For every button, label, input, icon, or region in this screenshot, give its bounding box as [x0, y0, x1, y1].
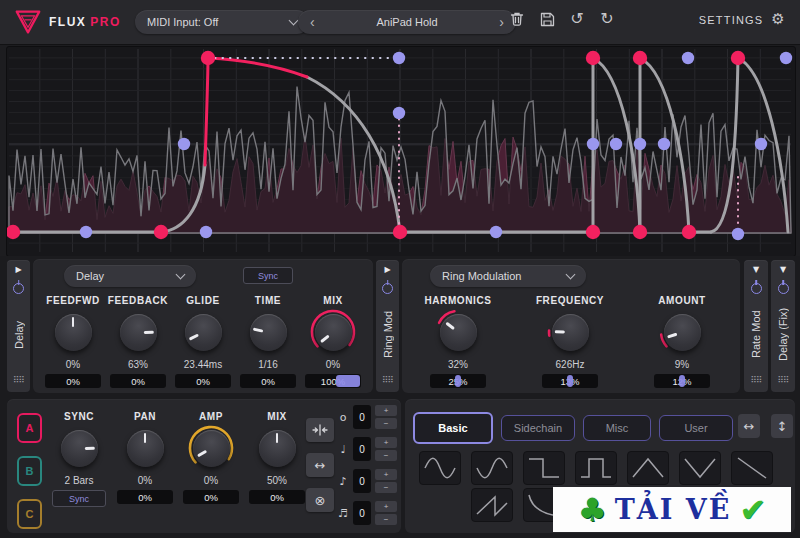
shape-tab-sidechain[interactable]: Sidechain	[501, 415, 575, 441]
module-strip-delay-fix[interactable]: ▼ Delay (Fix) ⠿⠿	[771, 260, 795, 392]
stepper-increment-button[interactable]: +	[375, 501, 397, 512]
module-strip-delay[interactable]: ▶ Delay ⠿⠿	[7, 260, 30, 392]
knob-mix[interactable]	[253, 424, 301, 472]
mod-amount-thumb[interactable]	[336, 375, 360, 387]
knob-face[interactable]	[120, 314, 157, 351]
mod-amount-box[interactable]: 13%	[542, 374, 598, 388]
stepper-decrement-button[interactable]: −	[375, 450, 397, 461]
envelope-canvas[interactable]	[7, 47, 793, 254]
knob-harmonics[interactable]	[434, 308, 482, 356]
stepper-increment-button[interactable]: +	[375, 405, 397, 416]
drag-grid-icon[interactable]: ⠿⠿	[750, 375, 761, 385]
delay-type-dropdown[interactable]: Delay	[64, 265, 196, 287]
mod-amount-box[interactable]: 25%	[430, 374, 486, 388]
envelope-display[interactable]	[6, 46, 796, 257]
envelope-node-dot[interactable]	[731, 51, 745, 65]
knob-amp[interactable]	[187, 424, 235, 472]
envelope-handle-dot[interactable]	[755, 138, 767, 150]
drag-grid-icon[interactable]: ⠿⠿	[13, 375, 24, 385]
preset-name[interactable]: AniPad Hold	[376, 16, 437, 28]
knob-face[interactable]	[440, 314, 477, 351]
envelope-handle-dot[interactable]	[732, 228, 744, 240]
knob-face[interactable]	[193, 430, 230, 467]
delay-sync-toggle[interactable]: Sync	[243, 267, 293, 284]
power-icon[interactable]	[382, 283, 393, 294]
mod-amount-box[interactable]: 0%	[183, 490, 239, 504]
power-icon[interactable]	[778, 283, 789, 294]
envelope-handle-dot[interactable]	[658, 138, 670, 150]
flip-vertical-button[interactable]: ↕	[771, 414, 793, 438]
knob-sync[interactable]	[55, 424, 103, 472]
knob-face[interactable]	[664, 314, 701, 351]
redo-button[interactable]: ↻	[598, 8, 616, 30]
stepper-decrement-button[interactable]: −	[375, 482, 397, 493]
power-icon[interactable]	[13, 283, 24, 294]
stepper-decrement-button[interactable]: −	[375, 418, 397, 429]
knob-face[interactable]	[185, 314, 222, 351]
shape-tile-saw-down[interactable]	[731, 451, 773, 485]
shape-tab-basic[interactable]: Basic	[413, 412, 493, 444]
envelope-handle-dot[interactable]	[490, 226, 502, 238]
envelope-node-dot[interactable]	[633, 51, 647, 65]
flip-horizontal-button[interactable]: ↔	[738, 414, 760, 438]
knob-face[interactable]	[552, 314, 589, 351]
delete-preset-button[interactable]	[508, 8, 526, 30]
envelope-handle-dot[interactable]	[178, 138, 190, 150]
envelope-handle-dot[interactable]	[587, 138, 599, 150]
envelope-node-dot[interactable]	[633, 225, 647, 239]
mod-amount-box[interactable]: 100%	[305, 374, 361, 388]
knob-amount[interactable]	[658, 308, 706, 356]
shape-tile-pulse[interactable]	[575, 451, 617, 485]
knob-face[interactable]	[61, 430, 98, 467]
shape-tab-misc[interactable]: Misc	[583, 415, 651, 441]
slot-button-a[interactable]: A	[17, 413, 42, 443]
shape-tile-sine[interactable]	[419, 451, 461, 485]
knob-frequency[interactable]	[546, 308, 594, 356]
stepper-value[interactable]: 0	[353, 469, 371, 493]
shape-tile-tri-inv[interactable]	[679, 451, 721, 485]
module-strip-ring-mod[interactable]: ▶ Ring Mod ⠿⠿	[376, 260, 399, 392]
preset-next-button[interactable]: ›	[497, 14, 506, 30]
knob-face[interactable]	[250, 314, 287, 351]
slot-button-b[interactable]: B	[17, 456, 42, 486]
envelope-handle-dot[interactable]	[780, 52, 792, 64]
knob-feedback[interactable]	[114, 308, 162, 356]
mod-amount-thumb[interactable]	[455, 375, 461, 387]
clear-button[interactable]: ⊗	[306, 488, 334, 512]
envelope-handle-dot[interactable]	[200, 226, 212, 238]
envelope-node-dot[interactable]	[154, 225, 168, 239]
stepper-decrement-button[interactable]: −	[375, 514, 397, 525]
envelope-handle-dot[interactable]	[634, 138, 646, 150]
save-preset-button[interactable]	[538, 8, 556, 30]
mod-amount-box[interactable]: 0%	[45, 374, 101, 388]
knob-face[interactable]	[259, 430, 296, 467]
shape-tile-tri[interactable]	[627, 451, 669, 485]
drag-grid-icon[interactable]: ⠿⠿	[777, 375, 788, 385]
envelope-node-dot[interactable]	[586, 51, 600, 65]
shape-tab-user[interactable]: User	[659, 415, 733, 441]
stepper-value[interactable]: 0	[353, 437, 371, 461]
envelope-handle-dot[interactable]	[393, 107, 405, 119]
midi-input-dropdown[interactable]: MIDI Input: Off	[135, 10, 309, 34]
slot-button-c[interactable]: C	[17, 499, 42, 529]
envelope-handle-dot[interactable]	[610, 138, 622, 150]
envelope-handle-dot[interactable]	[393, 52, 405, 64]
knob-face[interactable]	[127, 430, 164, 467]
mod-amount-box[interactable]: 0%	[117, 490, 173, 504]
envelope-node-dot[interactable]	[586, 225, 600, 239]
envelope-node-dot[interactable]	[201, 51, 215, 65]
module-strip-rate-mod[interactable]: ▼ Rate Mod ⠿⠿	[744, 260, 768, 392]
ring-mod-type-dropdown[interactable]: Ring Modulation	[430, 265, 586, 287]
stepper-increment-button[interactable]: +	[375, 469, 397, 480]
sync-toggle[interactable]: Sync	[52, 490, 106, 507]
stepper-value[interactable]: 0	[353, 405, 371, 429]
stepper-increment-button[interactable]: +	[375, 437, 397, 448]
knob-face[interactable]	[315, 314, 352, 351]
mod-amount-box[interactable]: 0%	[249, 490, 305, 504]
drag-grid-icon[interactable]: ⠿⠿	[382, 375, 393, 385]
knob-face[interactable]	[55, 314, 92, 351]
mod-amount-thumb[interactable]	[567, 375, 573, 387]
knob-time[interactable]	[244, 308, 292, 356]
mod-amount-box[interactable]: 12%	[654, 374, 710, 388]
undo-button[interactable]: ↺	[568, 8, 586, 30]
